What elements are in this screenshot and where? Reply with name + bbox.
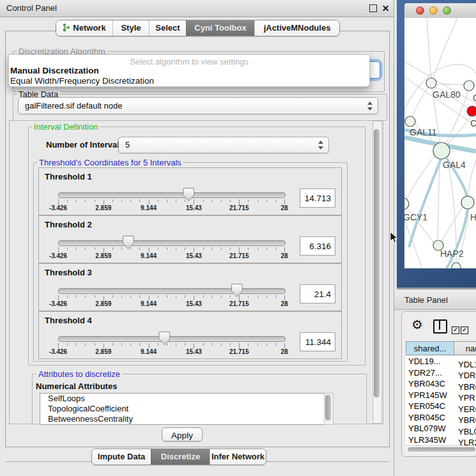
tab-style[interactable]: Style bbox=[112, 20, 149, 36]
algorithm-option-manual[interactable]: Manual Discretization bbox=[10, 66, 368, 76]
number-of-intervals-combobox[interactable]: 5 bbox=[118, 137, 329, 153]
close-traffic-light-icon[interactable] bbox=[416, 6, 424, 15]
table-cell[interactable]: YDL19... bbox=[406, 356, 456, 367]
list-item[interactable]: BetweennessCentrality bbox=[40, 414, 325, 424]
slider-tick bbox=[275, 199, 276, 202]
tab-network[interactable]: Network bbox=[56, 20, 112, 36]
algorithm-option-equal-width[interactable]: Equal Width/Frequency Discretization bbox=[10, 76, 368, 86]
network-edge bbox=[427, 18, 431, 78]
threshold-value-field[interactable]: 21.4 bbox=[300, 284, 335, 303]
threshold-label: Threshold 3 bbox=[45, 268, 92, 277]
checkbox-icon[interactable]: ✓ bbox=[461, 326, 468, 334]
list-item[interactable]: SelfLoops bbox=[40, 394, 325, 404]
slider-track[interactable] bbox=[58, 192, 286, 198]
tab-infer-network[interactable]: Infer Network bbox=[210, 449, 266, 464]
settings-vertical-scrollbar[interactable] bbox=[372, 121, 382, 424]
slider-thumb[interactable] bbox=[123, 236, 134, 249]
slider-thumb[interactable] bbox=[231, 284, 243, 297]
slider-tick bbox=[167, 199, 167, 202]
table-data-combobox[interactable]: galFiltered.sif default node bbox=[18, 97, 378, 114]
tab-impute-data[interactable]: Impute Data bbox=[92, 449, 151, 464]
table-cell[interactable]: YPR145W bbox=[406, 390, 456, 401]
network-node-GAL11[interactable] bbox=[405, 116, 415, 127]
slider-tick-label: 2.859 bbox=[84, 348, 123, 355]
table-row[interactable]: YPR145WYPR1 bbox=[406, 390, 476, 401]
table-cell[interactable]: YBR045C bbox=[406, 412, 456, 424]
column-header-name[interactable]: name bbox=[454, 341, 476, 355]
slider-tick bbox=[212, 295, 213, 298]
scrollbar-thumb[interactable] bbox=[408, 447, 475, 452]
threshold-value-field[interactable]: 6.316 bbox=[300, 236, 335, 256]
slider-tick bbox=[275, 295, 276, 298]
slider-tick bbox=[266, 247, 267, 250]
network-view-window[interactable]: GAL80GACGAL11GAL4GCY1HHAP2 bbox=[397, 0, 476, 288]
tab-jactivemnodules[interactable]: jActiveMNodules bbox=[254, 20, 339, 36]
tab-discretize-data[interactable]: Discretize Data bbox=[151, 449, 210, 464]
numerical-attributes-label: Numerical Attributes bbox=[36, 381, 117, 391]
apply-button[interactable]: Apply bbox=[162, 427, 203, 441]
slider-track[interactable] bbox=[58, 288, 286, 294]
network-window-shadow bbox=[397, 288, 476, 289]
minimize-traffic-light-icon[interactable] bbox=[429, 6, 438, 15]
network-node-node-right-top[interactable] bbox=[464, 81, 474, 91]
numerical-attributes-list[interactable]: SelfLoopsTopologicalCoefficientBetweenne… bbox=[40, 393, 326, 425]
tab-impute-data-label: Impute Data bbox=[98, 452, 145, 461]
network-node-GAL80[interactable] bbox=[426, 78, 436, 88]
network-node-node-bottom[interactable] bbox=[452, 263, 461, 268]
table-rows[interactable]: YDL19...YDL1YDR27...YDR2YBR043CYBR0YPR14… bbox=[406, 356, 476, 446]
table-cell[interactable]: YLR3 bbox=[456, 437, 476, 446]
network-window-titlebar[interactable] bbox=[404, 3, 476, 19]
gear-icon[interactable]: ⚙ bbox=[411, 318, 423, 331]
slider-tick bbox=[76, 295, 77, 298]
columns-icon[interactable] bbox=[433, 319, 447, 334]
float-window-icon[interactable] bbox=[369, 4, 377, 12]
tab-select[interactable]: Select bbox=[149, 20, 186, 36]
table-header-row: shared... name bbox=[406, 341, 476, 355]
network-node-node-right-mid[interactable] bbox=[461, 196, 474, 209]
scrollbar-thumb[interactable] bbox=[374, 129, 380, 397]
network-node-GAL4[interactable] bbox=[433, 142, 450, 159]
slider-track[interactable] bbox=[58, 240, 286, 246]
table-row[interactable]: YBR043CYBR0 bbox=[406, 378, 476, 390]
table-cell[interactable]: YBL079W bbox=[406, 423, 456, 434]
slider-tick bbox=[266, 295, 267, 298]
table-cell[interactable]: YLR345W bbox=[406, 434, 456, 446]
slider-tick bbox=[167, 247, 167, 250]
list-item[interactable]: TopologicalCoefficient bbox=[40, 404, 325, 414]
column-header-shared-name[interactable]: shared... bbox=[406, 341, 454, 355]
tab-cyni-toolbox[interactable]: Cyni Toolbox bbox=[186, 20, 254, 36]
table-row[interactable]: YBL079WYBL0 bbox=[406, 423, 476, 434]
table-cell[interactable]: YDR27... bbox=[406, 367, 456, 379]
table-cell[interactable]: YER054C bbox=[406, 401, 456, 412]
network-canvas[interactable]: GAL80GACGAL11GAL4GCY1HHAP2 bbox=[404, 18, 476, 268]
slider-tick bbox=[130, 247, 131, 250]
checkbox-icon[interactable]: ✓ bbox=[452, 326, 459, 334]
slider-tick bbox=[121, 199, 122, 202]
table-row[interactable]: YLR345WYLR3 bbox=[406, 434, 476, 446]
threshold-value-field[interactable]: 14.713 bbox=[300, 188, 335, 208]
zoom-traffic-light-icon[interactable] bbox=[443, 6, 451, 15]
slider-tick-label: -3.426 bbox=[39, 300, 77, 307]
slider-tick-label: 28 bbox=[265, 252, 303, 259]
slider-tick bbox=[257, 295, 258, 298]
table-row[interactable]: YBR045CYBR0 bbox=[406, 412, 476, 424]
table-horizontal-scrollbar[interactable] bbox=[406, 445, 476, 453]
table-row[interactable]: YDL19...YDL1 bbox=[406, 356, 476, 367]
network-node-GCY1[interactable] bbox=[404, 198, 409, 210]
slider-tick bbox=[266, 199, 267, 202]
slider-tick bbox=[266, 343, 267, 346]
scrollbar-thumb[interactable] bbox=[325, 395, 331, 420]
threshold-value-field[interactable]: 11.344 bbox=[300, 332, 335, 351]
slider-track[interactable] bbox=[58, 336, 286, 342]
table-row[interactable]: YER054CYER0 bbox=[406, 401, 476, 412]
table-row[interactable]: YDR27...YDR2 bbox=[406, 367, 476, 379]
close-icon[interactable]: ✕ bbox=[381, 4, 390, 13]
slider-tick-label: 9.144 bbox=[130, 252, 168, 259]
slider-tick bbox=[176, 247, 176, 250]
table-panel-titlebar: Table Panel bbox=[394, 291, 476, 310]
slider-tick-label: 28 bbox=[265, 300, 303, 307]
table-cell[interactable]: YBR043C bbox=[406, 378, 456, 390]
network-node-node-selected-red[interactable] bbox=[467, 106, 476, 116]
attributes-list-scrollbar[interactable] bbox=[324, 393, 334, 425]
slider-thumb[interactable] bbox=[158, 332, 170, 345]
